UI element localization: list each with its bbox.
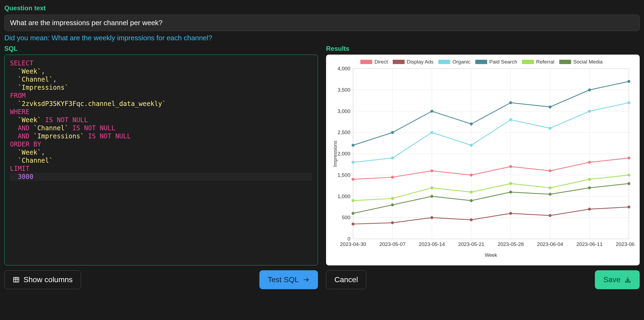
svg-point-60 [431, 131, 433, 134]
legend-label: Display Ads [407, 59, 433, 65]
svg-point-82 [352, 212, 354, 215]
svg-text:2023-06-04: 2023-06-04 [537, 241, 563, 247]
chart-legend: DirectDisplay AdsOrganicPaid SearchRefer… [329, 57, 634, 66]
legend-label: Organic [452, 59, 470, 65]
svg-text:2,000: 2,000 [337, 151, 350, 156]
svg-point-50 [352, 223, 354, 225]
save-label: Save [603, 275, 621, 284]
svg-point-75 [391, 197, 394, 200]
svg-point-76 [431, 186, 433, 189]
chart-svg: 05001,0001,5002,0002,5003,0003,5004,0002… [329, 66, 634, 261]
svg-text:2023-05-21: 2023-05-21 [458, 241, 484, 247]
svg-point-43 [391, 176, 394, 179]
download-icon [624, 276, 631, 283]
svg-point-55 [549, 214, 551, 217]
svg-point-85 [470, 199, 473, 202]
svg-point-64 [588, 110, 591, 113]
legend-item[interactable]: Organic [438, 59, 470, 65]
svg-point-79 [549, 186, 551, 189]
svg-point-81 [628, 174, 630, 176]
svg-text:2023-05-14: 2023-05-14 [419, 241, 445, 247]
svg-point-51 [391, 221, 394, 224]
legend-swatch [475, 60, 487, 64]
svg-point-59 [391, 157, 394, 159]
svg-point-69 [470, 123, 473, 125]
question-label: Question text [4, 4, 640, 12]
svg-text:2023-06-18: 2023-06-18 [616, 241, 634, 247]
legend-swatch [393, 60, 405, 64]
svg-point-65 [628, 101, 630, 104]
svg-text:2023-05-28: 2023-05-28 [497, 241, 524, 247]
svg-point-56 [588, 208, 591, 211]
results-label: Results [326, 45, 640, 52]
svg-point-47 [549, 169, 551, 172]
cancel-button[interactable]: Cancel [326, 270, 366, 289]
svg-point-46 [509, 165, 512, 168]
svg-point-63 [549, 127, 551, 130]
svg-text:Impressions: Impressions [333, 141, 338, 167]
legend-label: Referral [536, 59, 554, 65]
svg-point-86 [509, 191, 512, 194]
legend-label: Social Media [573, 59, 603, 65]
svg-text:1,000: 1,000 [337, 194, 350, 199]
svg-point-42 [352, 178, 354, 181]
svg-point-74 [352, 199, 354, 202]
svg-point-84 [431, 195, 433, 198]
save-button[interactable]: Save [595, 270, 640, 289]
svg-rect-0 [13, 277, 19, 282]
test-sql-label: Test SQL [268, 275, 299, 284]
svg-point-66 [352, 144, 354, 147]
svg-text:2023-05-07: 2023-05-07 [379, 241, 405, 247]
svg-point-62 [509, 118, 512, 121]
cancel-label: Cancel [334, 275, 358, 284]
svg-point-80 [588, 178, 591, 181]
did-you-mean-suggestion[interactable]: What are the weekly impressions for each… [52, 34, 212, 42]
results-chart: DirectDisplay AdsOrganicPaid SearchRefer… [326, 55, 640, 265]
svg-point-77 [470, 191, 473, 194]
svg-point-88 [588, 186, 591, 189]
legend-label: Paid Search [489, 59, 517, 65]
svg-point-78 [509, 182, 512, 185]
legend-item[interactable]: Social Media [559, 59, 603, 65]
svg-point-44 [431, 169, 433, 172]
svg-text:3,000: 3,000 [337, 108, 350, 114]
svg-text:500: 500 [342, 215, 350, 220]
svg-point-58 [352, 161, 354, 164]
svg-text:0: 0 [347, 236, 350, 242]
svg-point-89 [628, 182, 630, 185]
svg-point-83 [391, 204, 394, 206]
legend-swatch [522, 60, 534, 64]
svg-point-45 [470, 174, 473, 176]
sql-editor[interactable]: SELECT `Week`, `Channel`, `Impressions` … [4, 55, 318, 265]
legend-swatch [438, 60, 450, 64]
legend-item[interactable]: Referral [522, 59, 554, 65]
legend-item[interactable]: Paid Search [475, 59, 517, 65]
legend-swatch [559, 60, 571, 64]
did-you-mean: Did you mean: What are the weekly impres… [4, 34, 640, 42]
test-sql-button[interactable]: Test SQL [259, 270, 318, 289]
svg-text:4,000: 4,000 [337, 66, 350, 71]
svg-text:3,500: 3,500 [337, 87, 350, 93]
svg-point-73 [628, 80, 630, 83]
svg-point-49 [628, 157, 630, 159]
svg-point-52 [431, 216, 433, 219]
arrow-right-icon [303, 276, 310, 283]
svg-text:2,500: 2,500 [337, 129, 350, 135]
svg-point-53 [470, 218, 473, 221]
svg-point-61 [470, 144, 473, 147]
svg-point-54 [509, 212, 512, 215]
svg-text:1,500: 1,500 [337, 172, 350, 178]
table-icon [13, 276, 20, 283]
svg-point-70 [509, 101, 512, 104]
show-columns-button[interactable]: Show columns [4, 270, 81, 289]
svg-point-71 [549, 106, 551, 108]
question-input[interactable] [4, 15, 640, 31]
sql-label: SQL [4, 45, 318, 52]
legend-item[interactable]: Direct [360, 59, 388, 65]
svg-point-72 [588, 89, 591, 91]
svg-point-48 [588, 161, 591, 164]
legend-item[interactable]: Display Ads [393, 59, 433, 65]
svg-point-57 [628, 206, 630, 208]
did-you-mean-prompt: Did you mean: [4, 34, 52, 42]
legend-label: Direct [374, 59, 388, 65]
